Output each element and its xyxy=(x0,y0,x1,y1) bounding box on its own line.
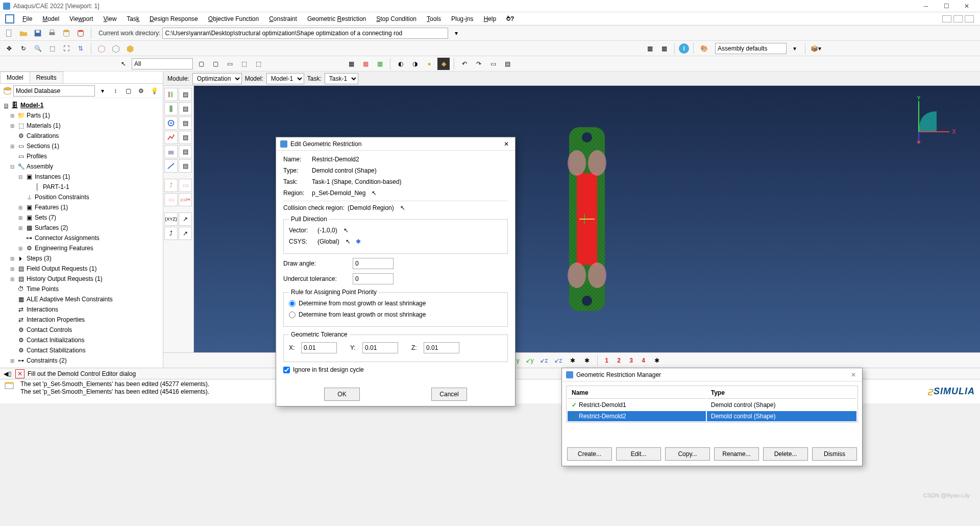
ok-button[interactable]: OK xyxy=(324,388,360,401)
csys-datum-icon[interactable]: ✱ xyxy=(356,238,361,245)
x-input[interactable] xyxy=(301,342,337,353)
pan-icon[interactable]: ✥ xyxy=(3,42,15,55)
menu-file[interactable]: File xyxy=(17,14,37,24)
db-dropdown-icon[interactable]: ▾ xyxy=(97,85,108,97)
palette-objective-icon[interactable] xyxy=(164,116,178,130)
palette-constraint-mgr-icon[interactable]: ▤ xyxy=(179,131,192,144)
tab-results[interactable]: Results xyxy=(30,71,63,83)
select-arrow-icon[interactable]: ↖ xyxy=(117,58,130,70)
tree-item[interactable]: ⊟🗄Model-1 xyxy=(0,100,163,110)
tree-item[interactable]: ⚙Contact Stabilizations xyxy=(0,345,163,355)
tree-item[interactable]: ⊞▩Surfaces (2) xyxy=(0,223,163,233)
palette-partition-icon[interactable]: ▭ xyxy=(164,193,178,206)
model-database-select[interactable] xyxy=(13,85,95,97)
save-icon[interactable] xyxy=(32,27,44,39)
csys-pick-icon[interactable]: ↖ xyxy=(346,238,351,245)
mgr-row[interactable]: ✓Restrict-Demold2Demold control (Shape) xyxy=(568,411,856,421)
palette-restriction-icon[interactable] xyxy=(164,145,178,158)
mdi-close-button[interactable] xyxy=(965,15,974,22)
whats-this-icon[interactable]: ⥁? xyxy=(501,14,519,24)
view3-button[interactable]: 3 xyxy=(626,357,636,364)
mgr-rename-button[interactable]: Rename... xyxy=(714,447,759,461)
tree-item[interactable]: ⏱Time Points xyxy=(0,284,163,294)
tree-item[interactable]: ⊟▣Instances (1) xyxy=(0,172,163,182)
menu-plugins[interactable]: Plug-ins xyxy=(446,14,478,24)
undercut-input[interactable] xyxy=(353,273,394,284)
mgr-table[interactable]: Name Type ✓Restrict-Demold1Demold contro… xyxy=(566,386,858,423)
palette-response-mgr-icon[interactable]: ▤ xyxy=(179,102,192,115)
package-icon[interactable]: 📦▾ xyxy=(810,42,822,55)
palette-csys-icon[interactable]: (XYZ) xyxy=(164,212,178,226)
tree-item[interactable]: ⊞⊶Constraints (2) xyxy=(0,355,163,366)
module-select[interactable]: Optimization xyxy=(192,73,242,84)
shape2-icon[interactable]: ◑ xyxy=(409,58,421,70)
assembly-defaults-select[interactable] xyxy=(715,43,787,54)
mgr-row[interactable]: ✓Restrict-Demold1Demold control (Shape) xyxy=(568,400,856,410)
menu-objective-function[interactable]: Objective Function xyxy=(203,14,264,24)
info-icon[interactable]: i xyxy=(679,43,689,54)
dialog-titlebar[interactable]: Edit Geometric Restriction ✕ xyxy=(276,137,515,151)
tree-item[interactable]: ▦ALE Adaptive Mesh Constraints xyxy=(0,294,163,304)
tree-item[interactable]: │PART-1-1 xyxy=(0,182,163,192)
tree-opt1-icon[interactable]: ↕ xyxy=(110,85,120,97)
fit-icon[interactable]: ⛶ xyxy=(60,42,72,55)
tree-item[interactable]: ⊞⬚Materials (1) xyxy=(0,121,163,131)
vector-pick-icon[interactable]: ↖ xyxy=(344,227,349,234)
csys4-icon[interactable]: ↙y xyxy=(524,354,536,367)
render2-icon[interactable]: ▦ xyxy=(359,58,372,70)
menu-geometric-restriction[interactable]: Geometric Restriction xyxy=(302,14,371,24)
tree-item[interactable]: ⇄Interaction Properties xyxy=(0,315,163,325)
palette-objective-mgr-icon[interactable]: ▤ xyxy=(179,116,192,130)
tree-item[interactable]: ⇄Interactions xyxy=(0,304,163,315)
shape3-icon[interactable]: ● xyxy=(423,58,435,70)
menu-viewport[interactable]: Viewport xyxy=(64,14,99,24)
open-icon[interactable] xyxy=(17,27,30,39)
tree-item[interactable]: ⊞⚙Engineering Features xyxy=(0,243,163,253)
model-tree[interactable]: ⊟🗄Model-1⊞📁Parts (1)⊞⬚Materials (1)⚙Cali… xyxy=(0,98,163,368)
swap-axis-icon[interactable]: ⇅ xyxy=(75,42,87,55)
cwd-input[interactable] xyxy=(162,28,448,39)
selection-filter-select[interactable] xyxy=(132,58,193,69)
tree-item[interactable]: ⊞📁Parts (1) xyxy=(0,110,163,121)
region-pick-icon[interactable]: ↖ xyxy=(372,189,377,197)
minimize-button[interactable]: ─ xyxy=(916,1,936,12)
csys5-icon[interactable]: ↙z xyxy=(538,354,550,367)
tree-item[interactable]: ⚙Contact Initializations xyxy=(0,335,163,345)
palette-restriction-mgr-icon[interactable]: ▤ xyxy=(179,145,192,158)
palette-csys-arrow-icon[interactable]: ↗ xyxy=(179,212,192,226)
mgr-edit-button[interactable]: Edit... xyxy=(616,447,661,461)
view2-button[interactable]: 2 xyxy=(614,357,624,364)
tree-filter-icon[interactable]: ⚙ xyxy=(136,85,146,97)
tree-highlight-icon[interactable]: 💡 xyxy=(149,85,160,97)
menu-tools[interactable]: Tools xyxy=(422,14,446,24)
model-context-select[interactable]: Model-1 xyxy=(266,73,304,84)
zoom-box-icon[interactable]: ⬚ xyxy=(46,42,58,55)
undo-icon[interactable]: ↶ xyxy=(458,58,471,70)
tree-item[interactable]: ▭Profiles xyxy=(0,151,163,161)
palette-constraint-icon[interactable] xyxy=(164,131,178,144)
mgr-create-button[interactable]: Create... xyxy=(567,447,612,461)
menu-help[interactable]: Help xyxy=(478,14,501,24)
rule-opt1-radio[interactable] xyxy=(289,300,296,307)
view-iso-icon[interactable]: ✱ xyxy=(651,354,663,367)
print-icon[interactable] xyxy=(46,27,58,39)
palette-task-mgr-icon[interactable]: ▤ xyxy=(179,88,192,101)
draw-angle-input[interactable] xyxy=(353,258,394,269)
rotate-icon[interactable]: ↻ xyxy=(17,42,30,55)
task-context-select[interactable]: Task-1 xyxy=(325,73,358,84)
menu-model[interactable]: Model xyxy=(37,14,64,24)
palette-stop-mgr-icon[interactable]: ▤ xyxy=(179,159,192,173)
mgr-titlebar[interactable]: Geometric Restriction Manager ✕ xyxy=(562,368,862,381)
menu-stop-condition[interactable]: Stop Condition xyxy=(371,14,422,24)
menu-constraint[interactable]: Constraint xyxy=(264,14,302,24)
view4-button[interactable]: 4 xyxy=(639,357,649,364)
database-red-icon[interactable] xyxy=(75,27,87,39)
layer1-icon[interactable]: ▦ xyxy=(644,42,656,55)
legend-icon[interactable]: ▤ xyxy=(501,58,513,70)
view1-button[interactable]: 1 xyxy=(602,357,612,364)
tree-item[interactable]: ⊶Connector Assignments xyxy=(0,233,163,243)
palette-datum-icon[interactable]: ⤴ xyxy=(164,179,178,192)
mdi-restore-button[interactable] xyxy=(953,15,963,22)
rule-opt2-radio[interactable] xyxy=(289,312,296,318)
tree-item[interactable]: ⟂Position Constraints xyxy=(0,192,163,202)
